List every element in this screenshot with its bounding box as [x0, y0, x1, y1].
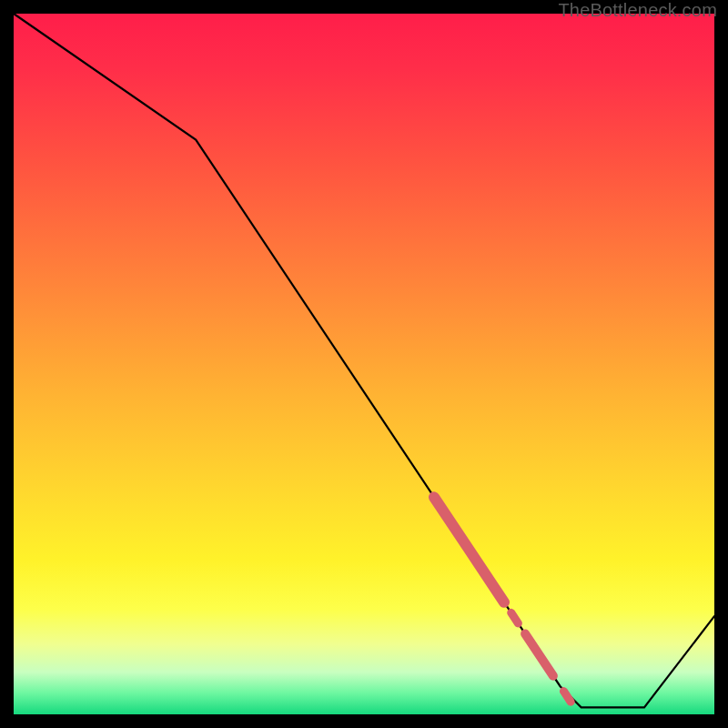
- highlight-segment: [563, 692, 571, 703]
- highlight-segment: [511, 612, 519, 623]
- highlight-segment: [525, 633, 553, 675]
- highlight-segment: [434, 497, 504, 602]
- watermark-text: TheBottleneck.com: [558, 0, 717, 21]
- bottleneck-curve-line: [14, 14, 714, 707]
- chart-container: TheBottleneck.com: [0, 0, 728, 728]
- chart-svg: [14, 14, 714, 714]
- highlight-segments: [434, 497, 571, 702]
